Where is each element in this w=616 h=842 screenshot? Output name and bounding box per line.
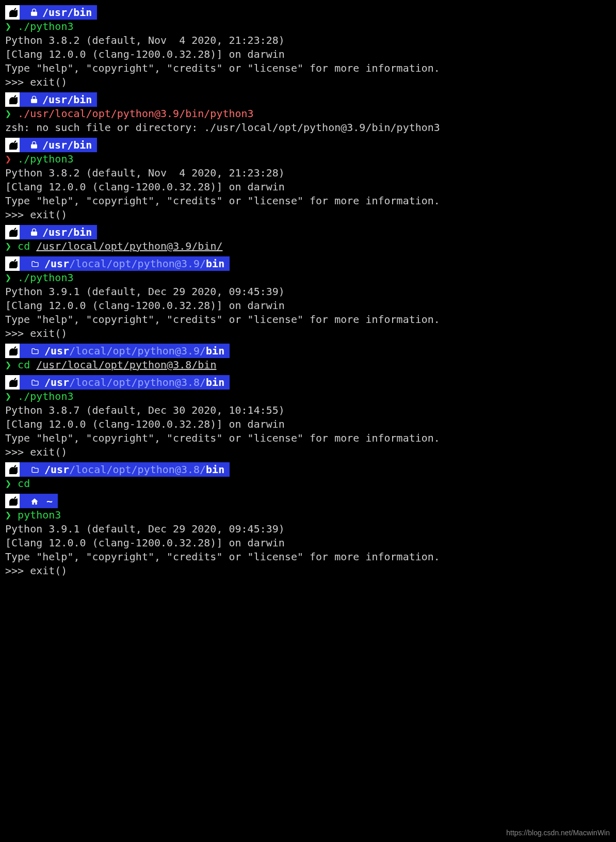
cwd-segment: ~ (20, 494, 58, 508)
apple-logo-segment (5, 256, 20, 271)
command-line[interactable]: ❯ ./python3 (5, 20, 611, 34)
cwd-path: /usr/bin (42, 138, 92, 152)
command-line[interactable]: ❯ ./python3 (5, 390, 611, 403)
prompt-arrow-icon: ❯ (5, 271, 11, 284)
prompt-row: /usr/local/opt/python@3.9/bin (5, 344, 611, 358)
cwd-segment: /usr/local/opt/python@3.9/bin (20, 344, 230, 358)
apple-logo-segment (5, 375, 20, 390)
command-text: ./usr/local/opt/python@3.9/bin/python3 (18, 107, 254, 120)
cwd-path: /usr/local/opt/python@3.8/bin (44, 376, 224, 390)
cwd-segment: /usr/bin (20, 92, 97, 107)
cwd-path: ~ (43, 494, 53, 508)
command-block: ~❯ python3Python 3.9.1 (default, Dec 29 … (5, 494, 611, 578)
command-output: Python 3.9.1 (default, Dec 29 2020, 09:4… (5, 522, 611, 578)
command-line[interactable]: ❯ python3 (5, 508, 611, 522)
command-text: cd (18, 477, 30, 490)
prompt-arrow-icon: ❯ (5, 153, 11, 165)
apple-logo-segment (5, 344, 20, 358)
cwd-path: /usr/bin (42, 93, 92, 107)
folder-icon (30, 257, 40, 271)
command-block: /usr/bin❯ ./python3Python 3.8.2 (default… (5, 138, 611, 222)
cwd-segment: /usr/bin (20, 138, 97, 152)
prompt-arrow-icon: ❯ (5, 107, 11, 120)
command-text: cd (18, 240, 30, 252)
command-arg: /usr/local/opt/python@3.9/bin/ (36, 240, 222, 252)
command-block: /usr/bin❯ cd /usr/local/opt/python@3.9/b… (5, 225, 611, 253)
cwd-path: /usr/local/opt/python@3.9/bin (44, 344, 224, 358)
cwd-segment: /usr/bin (20, 5, 97, 20)
prompt-arrow-icon: ❯ (5, 509, 11, 521)
command-block: /usr/local/opt/python@3.9/bin❯ ./python3… (5, 256, 611, 341)
prompt-row: /usr/bin (5, 225, 611, 239)
cwd-segment: /usr/local/opt/python@3.9/bin (20, 256, 230, 271)
command-block: /usr/bin❯ ./python3Python 3.8.2 (default… (5, 5, 611, 89)
command-block: /usr/local/opt/python@3.8/bin❯ ./python3… (5, 375, 611, 459)
command-output: Python 3.8.7 (default, Dec 30 2020, 10:1… (5, 403, 611, 459)
apple-logo-segment (5, 92, 20, 107)
prompt-row: /usr/bin (5, 138, 611, 152)
prompt-arrow-icon: ❯ (5, 20, 11, 33)
command-output: Python 3.9.1 (default, Dec 29 2020, 09:4… (5, 285, 611, 341)
cwd-path: /usr/bin (42, 225, 92, 239)
command-output: zsh: no such file or directory: ./usr/lo… (5, 121, 611, 135)
lock-icon (30, 93, 38, 107)
command-block: /usr/local/opt/python@3.8/bin❯ cd (5, 462, 611, 491)
prompt-arrow-icon: ❯ (5, 359, 11, 371)
cwd-path: /usr/local/opt/python@3.8/bin (44, 463, 224, 477)
prompt-row: ~ (5, 494, 611, 508)
prompt-arrow-icon: ❯ (5, 390, 11, 402)
prompt-row: /usr/local/opt/python@3.8/bin (5, 462, 611, 477)
apple-logo-segment (5, 5, 20, 20)
lock-icon (30, 6, 38, 20)
lock-icon (30, 225, 38, 239)
command-text: ./python3 (18, 20, 73, 33)
terminal-output[interactable]: /usr/bin❯ ./python3Python 3.8.2 (default… (5, 5, 611, 578)
command-line[interactable]: ❯ cd (5, 477, 611, 491)
command-text: cd (18, 359, 30, 371)
prompt-arrow-icon: ❯ (5, 477, 11, 490)
prompt-row: /usr/local/opt/python@3.9/bin (5, 256, 611, 271)
apple-logo-segment (5, 494, 20, 508)
apple-logo-segment (5, 462, 20, 477)
cwd-segment: /usr/local/opt/python@3.8/bin (20, 462, 230, 477)
prompt-row: /usr/bin (5, 92, 611, 107)
apple-logo-segment (5, 225, 20, 239)
command-text: ./python3 (18, 390, 73, 402)
folder-icon (30, 344, 40, 358)
cwd-path: /usr/bin (42, 6, 92, 20)
folder-icon (30, 463, 40, 477)
command-line[interactable]: ❯ cd /usr/local/opt/python@3.9/bin/ (5, 239, 611, 253)
command-arg: /usr/local/opt/python@3.8/bin (36, 359, 216, 371)
command-line[interactable]: ❯ ./python3 (5, 271, 611, 285)
prompt-row: /usr/local/opt/python@3.8/bin (5, 375, 611, 390)
command-line[interactable]: ❯ cd /usr/local/opt/python@3.8/bin (5, 358, 611, 372)
command-line[interactable]: ❯ ./python3 (5, 152, 611, 166)
command-output: Python 3.8.2 (default, Nov 4 2020, 21:23… (5, 166, 611, 222)
lock-icon (30, 138, 38, 152)
prompt-row: /usr/bin (5, 5, 611, 20)
command-text: ./python3 (18, 271, 73, 284)
cwd-path: /usr/local/opt/python@3.9/bin (44, 257, 224, 271)
command-block: /usr/local/opt/python@3.9/bin❯ cd /usr/l… (5, 344, 611, 372)
prompt-arrow-icon: ❯ (5, 240, 11, 252)
apple-logo-segment (5, 138, 20, 152)
folder-icon (30, 376, 40, 390)
command-output: Python 3.8.2 (default, Nov 4 2020, 21:23… (5, 34, 611, 89)
cwd-segment: /usr/bin (20, 225, 97, 239)
command-block: /usr/bin❯ ./usr/local/opt/python@3.9/bin… (5, 92, 611, 135)
cwd-segment: /usr/local/opt/python@3.8/bin (20, 375, 230, 390)
command-text: ./python3 (18, 153, 73, 165)
home-icon (30, 494, 39, 508)
command-line[interactable]: ❯ ./usr/local/opt/python@3.9/bin/python3 (5, 107, 611, 121)
command-text: python3 (18, 509, 61, 521)
